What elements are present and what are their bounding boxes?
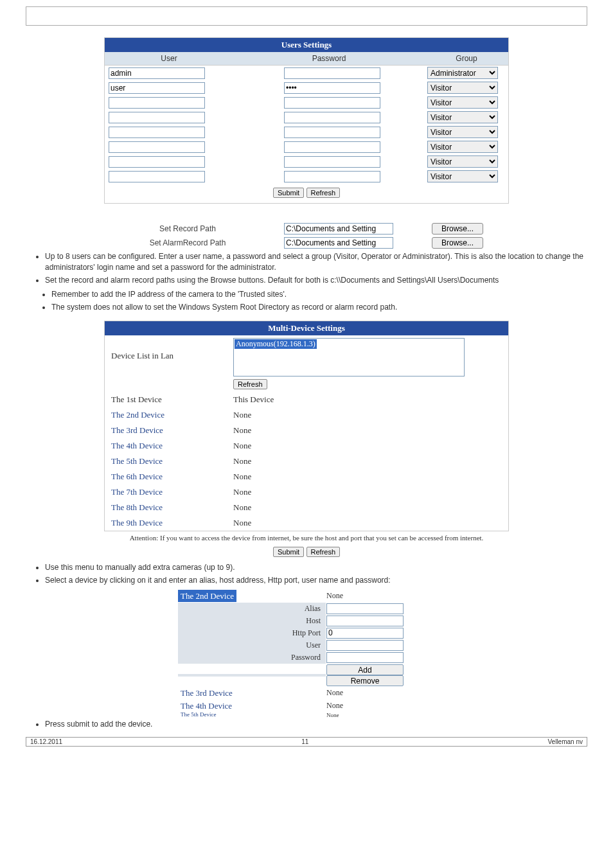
dev5-link-cut[interactable]: The 5th Device (178, 713, 218, 718)
user-input[interactable] (109, 67, 205, 79)
dev9-label[interactable]: The 9th Device (105, 515, 227, 531)
user-input[interactable] (109, 82, 205, 94)
host-input[interactable] (326, 616, 404, 626)
multi-buttons (26, 544, 587, 562)
submit-button[interactable] (273, 547, 304, 557)
list-item: The system does not allow to set the Win… (51, 302, 587, 313)
group-select[interactable]: Visitor (427, 170, 498, 182)
add-button[interactable] (326, 664, 404, 675)
device-listbox[interactable]: Anonymous(192.168.1.3) (233, 338, 465, 376)
dev4-val: None (227, 438, 508, 454)
dev3-label[interactable]: The 3rd Device (105, 423, 227, 438)
browse-button[interactable]: Browse... (432, 237, 483, 249)
dev3-link[interactable]: The 3rd Device (178, 687, 235, 699)
list-item: Up to 8 users can be configured. Enter a… (45, 251, 587, 273)
users-settings-title: Users Settings (105, 38, 508, 52)
path-table: Set Record Path Browse... Set AlarmRecor… (107, 223, 506, 249)
user-row: Visitor (105, 125, 508, 139)
dev8-label[interactable]: The 8th Device (105, 500, 227, 515)
spacer (178, 674, 326, 677)
listbox-item[interactable]: Anonymous(192.168.1.3) (235, 339, 317, 349)
top-frame (26, 6, 587, 26)
user-input[interactable] (109, 127, 205, 138)
remove-button[interactable] (326, 675, 404, 686)
group-select[interactable]: Visitor (427, 82, 498, 94)
user-row: Visitor (105, 110, 508, 125)
user-input[interactable] (109, 156, 205, 168)
user-row: Visitor (105, 139, 508, 154)
http-port-input[interactable] (326, 628, 404, 639)
group-select[interactable]: Visitor (427, 141, 498, 153)
dev7-val: None (227, 484, 508, 500)
alarm-path-row: Set AlarmRecord Path Browse... (107, 237, 506, 249)
footer-page: 11 (301, 738, 308, 745)
multi-title: Multi-Device Settings (105, 321, 508, 335)
col-pass-header: Password (233, 52, 425, 65)
alarm-path-label: Set AlarmRecord Path (130, 238, 245, 247)
dev6-label[interactable]: The 6th Device (105, 469, 227, 484)
bullet-list-3: Press submit to add the device. (26, 719, 587, 730)
user-row: Visitor (105, 169, 508, 184)
bullet-list-1: Up to 8 users can be configured. Enter a… (26, 251, 587, 285)
users-settings-box: Users Settings User Password Group Admin… (104, 37, 509, 204)
dev9-val: None (227, 515, 508, 531)
dev8-val: None (227, 500, 508, 515)
bullet-list-2: Use this menu to manually add extra came… (26, 562, 587, 586)
password-input[interactable] (284, 141, 380, 153)
user-input[interactable] (109, 112, 205, 123)
password-input[interactable] (284, 97, 380, 109)
record-path-row: Set Record Path Browse... (107, 223, 506, 235)
user-input[interactable] (109, 171, 205, 182)
dev3-val: None (227, 423, 508, 438)
users-header-row: User Password Group (105, 52, 508, 66)
dev1-val: This Device (227, 392, 508, 407)
user-row: Visitor (105, 154, 508, 169)
user-input[interactable] (109, 141, 205, 153)
pass-label: Password (178, 651, 326, 664)
dev4-label[interactable]: The 4th Device (105, 438, 227, 454)
dev3-status: None (326, 687, 435, 698)
password-input[interactable] (326, 652, 404, 663)
dev5-status-cut: None (326, 713, 435, 718)
group-select[interactable]: Administrator (427, 67, 498, 79)
list-item: Set the record and alarm record paths us… (45, 275, 587, 286)
users-buttons (105, 184, 508, 203)
browse-button[interactable]: Browse... (432, 223, 483, 235)
submit-button[interactable] (273, 188, 304, 198)
refresh-button[interactable] (233, 379, 267, 389)
list-item: Use this menu to manually add extra came… (45, 562, 587, 573)
dev7-label[interactable]: The 7th Device (105, 484, 227, 500)
col-user-header: User (105, 52, 233, 65)
host-label: Host (178, 615, 326, 627)
alarm-path-input[interactable] (284, 237, 393, 249)
multi-device-box: Multi-Device Settings Device List in Lan… (104, 321, 509, 531)
record-path-label: Set Record Path (130, 224, 245, 233)
refresh-button[interactable] (306, 188, 341, 198)
group-select[interactable]: Visitor (427, 111, 498, 123)
user-row: Administrator (105, 66, 508, 80)
password-input[interactable] (284, 112, 380, 123)
list-item: Select a device by clicking on it and en… (45, 575, 587, 586)
password-input[interactable] (284, 67, 380, 79)
attention-text: Attention: If you want to access the dev… (26, 531, 587, 544)
user-input[interactable] (326, 640, 404, 651)
password-input[interactable] (284, 127, 380, 138)
password-input[interactable] (284, 171, 380, 182)
user-input[interactable] (109, 97, 205, 109)
password-input[interactable] (284, 82, 380, 94)
dev2-label[interactable]: The 2nd Device (105, 407, 227, 423)
dev4-status: None (326, 700, 435, 711)
dev2-link[interactable]: The 2nd Device (178, 590, 236, 602)
alias-input[interactable] (326, 603, 404, 614)
inner-bullet-list: Remember to add the IP address of the ca… (26, 289, 587, 313)
dev5-val: None (227, 454, 508, 469)
password-input[interactable] (284, 156, 380, 168)
list-item: Remember to add the IP address of the ca… (51, 289, 587, 300)
dev5-label[interactable]: The 5th Device (105, 454, 227, 469)
refresh-button[interactable] (306, 547, 341, 557)
record-path-input[interactable] (284, 223, 393, 235)
group-select[interactable]: Visitor (427, 155, 498, 168)
group-select[interactable]: Visitor (427, 96, 498, 109)
group-select[interactable]: Visitor (427, 126, 498, 138)
dev4-link[interactable]: The 4th Device (178, 700, 235, 712)
